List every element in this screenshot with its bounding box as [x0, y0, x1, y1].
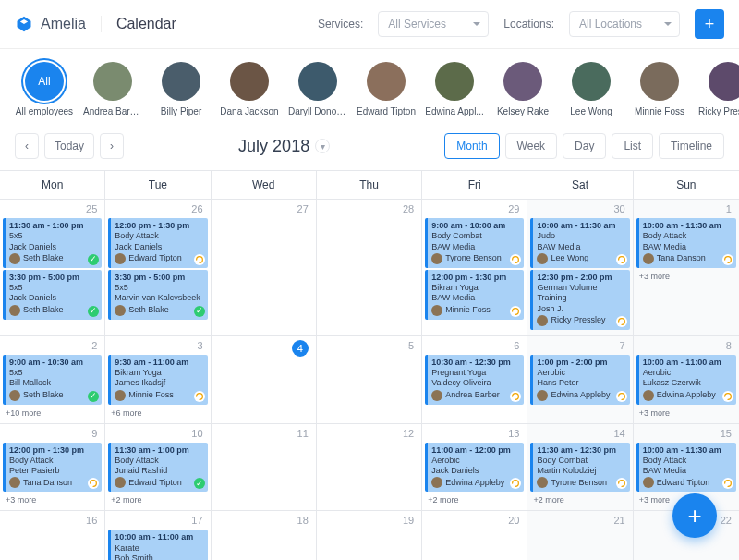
more-link[interactable]: +2 more	[107, 493, 208, 506]
day-cell[interactable]: 1411:30 am - 12:30 pmBody CombatMartin K…	[527, 424, 633, 512]
brand-logo[interactable]: Amelia	[15, 15, 86, 33]
locations-dropdown[interactable]: All Locations	[569, 11, 680, 37]
day-cell[interactable]: 39:30 am - 11:00 amBikram YogaJames Ikad…	[105, 336, 211, 424]
view-week[interactable]: Week	[505, 133, 557, 159]
next-button[interactable]: ›	[100, 133, 124, 159]
more-link[interactable]: +6 more	[107, 407, 208, 420]
day-cell[interactable]: 21	[527, 511, 633, 560]
day-cell[interactable]: 299:00 am - 10:00 amBody CombatBAW Media…	[422, 200, 527, 336]
day-cell[interactable]: 18	[212, 511, 317, 560]
appointment-employee-row: Tana Danson	[643, 253, 733, 264]
day-cell[interactable]: 810:00 am - 11:00 amAerobicŁukasz Czerwi…	[634, 336, 739, 424]
appointment[interactable]: 9:00 am - 10:00 amBody CombatBAW MediaTy…	[425, 218, 524, 268]
appointment-employee-row: Edwina Appleby	[431, 477, 520, 488]
fab-add-appointment[interactable]: +	[672, 493, 717, 538]
day-cell[interactable]: 16	[0, 511, 105, 560]
day-cell[interactable]: 1710:00 am - 11:00 amKarateBob Smith	[105, 511, 211, 560]
day-number: 20	[424, 513, 525, 530]
day-of-week-header: MonTueWedThuFriSatSun	[0, 171, 739, 200]
appointment-time: 9:30 am - 11:00 am	[115, 358, 203, 368]
day-cell[interactable]: 5	[317, 336, 422, 424]
appointment[interactable]: 11:30 am - 12:30 pmBody CombatMartin Kol…	[530, 443, 629, 493]
day-cell[interactable]: 71:00 pm - 2:00 pmAerobicHans PeterEdwin…	[527, 336, 633, 424]
day-cell[interactable]: 11	[212, 424, 317, 512]
view-day[interactable]: Day	[563, 133, 606, 159]
appointment-customer: BAW Media	[643, 466, 733, 476]
appointment-customer: Bill Mallock	[9, 378, 98, 388]
appointment[interactable]: 11:30 am - 1:00 pmBody AttackJunaid Rash…	[108, 443, 207, 493]
more-link[interactable]: +2 more	[529, 493, 630, 506]
appointment-employee-row: Seth Blake	[9, 253, 98, 264]
day-cell[interactable]: 12	[317, 424, 422, 512]
appointment[interactable]: 10:00 am - 11:30 amBody AttackBAW MediaE…	[636, 443, 736, 493]
day-cell[interactable]: 27	[212, 200, 317, 336]
avatar	[9, 305, 20, 316]
day-cell[interactable]: 2612:00 pm - 1:30 pmBody AttackJack Dani…	[105, 200, 211, 336]
employee-filter[interactable]: Ricky Pressley	[698, 62, 739, 116]
employee-filter[interactable]: Lee Wong	[562, 62, 621, 116]
employee-filter[interactable]: Minnie Foss	[630, 62, 689, 116]
view-month[interactable]: Month	[444, 133, 499, 159]
appointment[interactable]: 12:00 pm - 1:30 pmBody AttackJack Daniel…	[108, 218, 207, 268]
appointment[interactable]: 12:30 pm - 2:00 pmGerman Volume Training…	[530, 270, 629, 330]
employee-filter[interactable]: Dana Jackson	[220, 62, 279, 116]
view-list[interactable]: List	[612, 133, 653, 159]
view-timeline[interactable]: Timeline	[659, 133, 724, 159]
more-link[interactable]: +3 more	[636, 407, 737, 420]
day-cell[interactable]: 2511:30 am - 1:00 pm5x5Jack DanielsSeth …	[0, 200, 105, 336]
day-cell[interactable]: 1311:00 am - 12:00 pmAerobicJack Daniels…	[422, 424, 527, 512]
avatar	[503, 62, 542, 101]
appointment-employee-row: Seth Blake	[9, 390, 98, 401]
appointment-employee: Seth Blake	[23, 305, 64, 315]
current-period[interactable]: July 2018 ▾	[124, 137, 444, 156]
appointment[interactable]: 9:00 am - 10:30 am5x5Bill MallockSeth Bl…	[3, 355, 102, 405]
employee-filter[interactable]: Andrea Barber	[83, 62, 142, 116]
avatar	[643, 477, 654, 488]
day-cell[interactable]: 1011:30 am - 1:00 pmBody AttackJunaid Ra…	[105, 424, 211, 512]
employee-filter[interactable]: Edward Tipton	[357, 62, 416, 116]
day-cell[interactable]: 4	[212, 336, 317, 424]
day-cell[interactable]: 912:00 pm - 1:30 pmBody AttackPeter Pasi…	[0, 424, 105, 512]
employee-filter[interactable]: AllAll employees	[15, 62, 74, 116]
add-button[interactable]: +	[695, 9, 724, 39]
page-title: Calendar	[101, 16, 176, 32]
appointment[interactable]: 10:00 am - 11:00 amKarateBob Smith	[108, 530, 207, 560]
appointment-customer: Hans Peter	[537, 378, 625, 388]
appointment[interactable]: 11:00 am - 12:00 pmAerobicJack DanielsEd…	[425, 443, 524, 493]
appointment[interactable]: 3:30 pm - 5:00 pm5x5Jack DanielsSeth Bla…	[3, 270, 102, 320]
appointment[interactable]: 9:30 am - 11:00 amBikram YogaJames Ikads…	[108, 355, 207, 405]
employee-filter[interactable]: Edwina Appl...	[425, 62, 484, 116]
employee-filter[interactable]: Kelsey Rake	[493, 62, 552, 116]
appointment[interactable]: 1:00 pm - 2:00 pmAerobicHans PeterEdwina…	[530, 355, 629, 405]
day-cell[interactable]: 3010:00 am - 11:30 amJudoBAW MediaLee Wo…	[527, 200, 633, 336]
avatar	[9, 253, 20, 264]
day-cell[interactable]: 19	[317, 511, 422, 560]
appointment[interactable]: 10:00 am - 11:30 amBody AttackBAW MediaT…	[636, 218, 736, 268]
more-link[interactable]: +3 more	[2, 493, 103, 506]
avatar	[115, 390, 126, 401]
day-cell[interactable]: 610:30 am - 12:30 pmPregnant YogaValdecy…	[422, 336, 527, 424]
pending-icon	[722, 254, 733, 265]
appointment-service: Aerobic	[537, 368, 625, 378]
appointment-time: 11:30 am - 1:00 pm	[9, 221, 98, 231]
employee-filter[interactable]: Daryll Donov...	[288, 62, 347, 116]
day-cell[interactable]: 20	[422, 511, 527, 560]
employee-filter[interactable]: Billy Piper	[151, 62, 211, 116]
appointment[interactable]: 12:00 pm - 1:30 pmBikram YogaBAW MediaMi…	[425, 270, 524, 320]
appointment-service: Body Attack	[9, 456, 98, 466]
appointment[interactable]: 10:30 am - 12:30 pmPregnant YogaValdecy …	[425, 355, 524, 405]
prev-button[interactable]: ‹	[15, 133, 39, 159]
appointment[interactable]: 11:30 am - 1:00 pm5x5Jack DanielsSeth Bl…	[3, 218, 102, 268]
day-cell[interactable]: 29:00 am - 10:30 am5x5Bill MallockSeth B…	[0, 336, 105, 424]
appointment[interactable]: 3:30 pm - 5:00 pm5x5Marvin van Kalcvsbee…	[108, 270, 207, 320]
day-cell[interactable]: 28	[317, 200, 422, 336]
appointment[interactable]: 12:00 pm - 1:30 pmBody AttackPeter Pasie…	[3, 443, 102, 493]
more-link[interactable]: +10 more	[2, 407, 103, 420]
appointment[interactable]: 10:00 am - 11:30 amJudoBAW MediaLee Wong	[530, 218, 629, 268]
more-link[interactable]: +3 more	[636, 270, 737, 283]
day-cell[interactable]: 110:00 am - 11:30 amBody AttackBAW Media…	[634, 200, 739, 336]
services-dropdown[interactable]: All Services	[378, 11, 489, 37]
today-button[interactable]: Today	[44, 133, 94, 159]
more-link[interactable]: +2 more	[424, 493, 525, 506]
appointment[interactable]: 10:00 am - 11:00 amAerobicŁukasz Czerwik…	[636, 355, 736, 405]
